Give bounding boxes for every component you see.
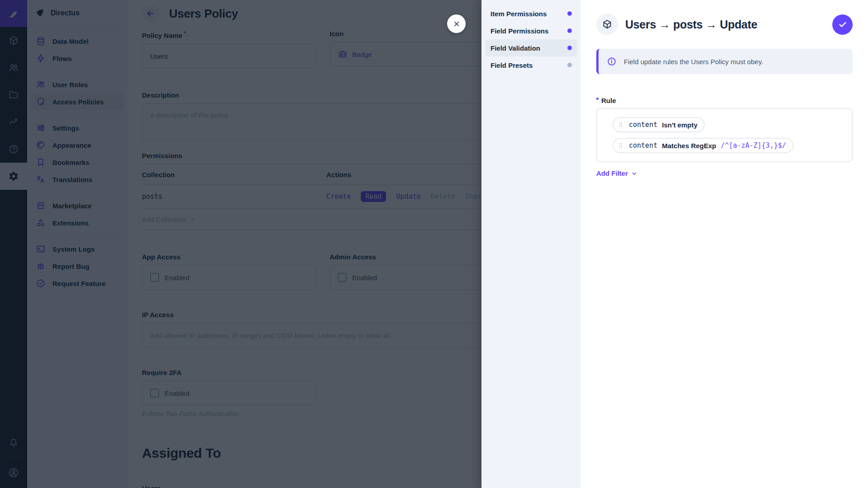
add-filter-label: Add Filter [596, 169, 628, 177]
filter-isnt-empty[interactable]: content Isn't empty [613, 117, 705, 132]
cube-icon [602, 19, 613, 30]
drawer-header: Users → posts → Update [596, 14, 853, 35]
info-notice: Field update rules the Users Policy must… [596, 49, 853, 74]
app-root: Directus Data Model Flows User Rol [0, 0, 868, 488]
menu-item-label: Field Permissions [491, 27, 548, 35]
notice-text: Field update rules the Users Policy must… [624, 58, 763, 66]
info-icon [607, 56, 617, 66]
menu-item-field-validation[interactable]: Field Validation [485, 39, 577, 56]
drawer-content: Users → posts → Update Field update rule… [581, 0, 868, 488]
drawer-title: Users → posts → Update [625, 18, 757, 31]
drawer-menu: Item Permissions Field Permissions Field… [481, 0, 581, 488]
status-dot [567, 46, 572, 50]
save-button[interactable] [832, 14, 853, 35]
menu-item-item-permissions[interactable]: Item Permissions [485, 5, 577, 22]
filter-field-name[interactable]: content [629, 141, 657, 150]
menu-item-field-permissions[interactable]: Field Permissions [485, 22, 577, 39]
rule-label: Rule [601, 97, 616, 104]
menu-item-label: Item Permissions [491, 10, 547, 18]
filter-row: content Matches RegExp /^[a-zA-Z]{3,}$/ [605, 138, 844, 153]
drag-handle-icon[interactable] [617, 121, 624, 128]
status-dot [567, 28, 572, 33]
drag-handle-icon[interactable] [617, 142, 624, 149]
drawer-header-icon-circle [596, 14, 618, 35]
close-icon [452, 19, 461, 28]
status-dot [567, 63, 572, 67]
rule-label-row: Rule [596, 97, 853, 104]
filter-value[interactable]: /^[a-zA-Z]{3,}$/ [721, 141, 786, 150]
add-filter-button[interactable]: Add Filter [596, 169, 853, 177]
filter-operator[interactable]: Matches RegExp [662, 142, 716, 150]
filter-matches-regexp[interactable]: content Matches RegExp /^[a-zA-Z]{3,}$/ [613, 138, 793, 153]
filter-field-name[interactable]: content [629, 121, 657, 129]
chevron-down-icon [631, 170, 638, 177]
check-icon [838, 19, 848, 29]
rule-filter-box: content Isn't empty content Matches RegE… [596, 108, 853, 162]
menu-item-label: Field Validation [491, 44, 540, 52]
drawer-close-button[interactable] [447, 14, 466, 33]
permissions-drawer: Item Permissions Field Permissions Field… [481, 0, 868, 488]
menu-item-label: Field Presets [491, 61, 533, 69]
status-dot [567, 11, 572, 16]
menu-item-field-presets[interactable]: Field Presets [485, 56, 577, 74]
filter-operator[interactable]: Isn't empty [662, 121, 698, 129]
filter-row: content Isn't empty [605, 117, 844, 132]
required-dot [596, 98, 599, 100]
